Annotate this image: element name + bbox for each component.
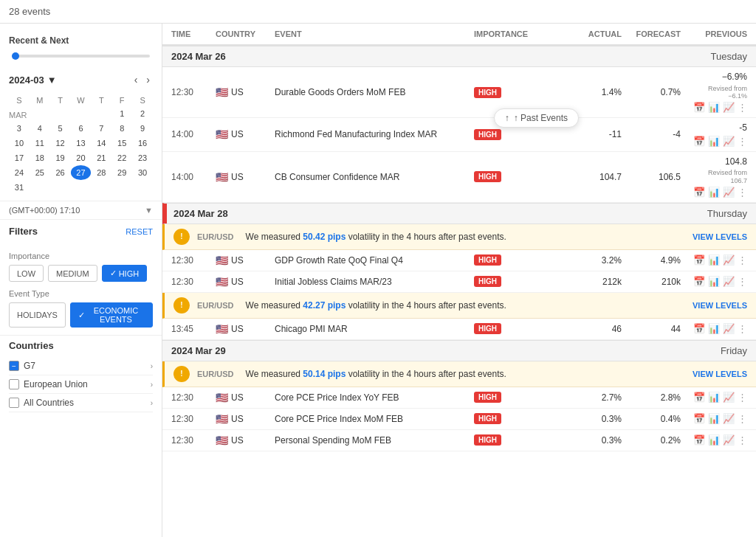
forecast-val: 2.8%	[622, 392, 681, 403]
timezone-dropdown-icon[interactable]: ▼	[145, 206, 153, 215]
more-icon[interactable]: ⋮	[738, 434, 747, 446]
revised-text: Revised from106.7	[708, 169, 747, 185]
importance-high-button[interactable]: ✓ HIGH	[102, 265, 148, 282]
calendar-icon[interactable]: 📅	[693, 254, 705, 266]
cal-day-3[interactable]: 3	[9, 121, 30, 136]
more-icon[interactable]: ⋮	[738, 323, 747, 334]
calendar-icon[interactable]: 📅	[693, 102, 705, 113]
previous-val: 104.8	[725, 156, 747, 168]
reset-button[interactable]: RESET	[126, 227, 153, 236]
calendar-icon[interactable]: 📅	[693, 136, 705, 147]
event-name: Core PCE Price Index YoY FEB	[275, 392, 474, 403]
cal-day-16[interactable]: 16	[132, 136, 153, 150]
cal-day-31[interactable]: 31	[9, 180, 30, 195]
cal-day-27-today[interactable]: 27	[71, 165, 92, 180]
cal-day-22[interactable]: 22	[111, 150, 132, 165]
holidays-button[interactable]: HOLIDAYS	[9, 302, 66, 328]
cal-day-23[interactable]: 23	[132, 150, 153, 165]
view-levels-button-1[interactable]: VIEW LEVELS	[693, 232, 747, 241]
event-name: CB Consumer Confidence MAR	[275, 172, 474, 182]
line-chart-icon[interactable]: 📈	[723, 102, 735, 113]
slider-container[interactable]	[9, 52, 153, 63]
more-icon[interactable]: ⋮	[738, 187, 747, 198]
cal-day-6[interactable]: 6	[71, 121, 92, 136]
line-chart-icon[interactable]: 📈	[723, 392, 735, 403]
country-group-eu: European Union ›	[9, 375, 153, 394]
cal-day-15[interactable]: 15	[111, 136, 132, 150]
importance-section: Importance LOW MEDIUM ✓ HIGH	[0, 249, 162, 285]
bar-chart-icon[interactable]: 📊	[708, 323, 720, 334]
view-levels-button-3[interactable]: VIEW LEVELS	[693, 370, 747, 378]
line-chart-icon[interactable]: 📈	[723, 276, 735, 287]
cal-day-9[interactable]: 9	[132, 121, 153, 136]
forecast-val: 4.9%	[622, 255, 681, 266]
bar-chart-icon[interactable]: 📊	[708, 136, 720, 147]
prev-month-button[interactable]: ‹	[131, 72, 141, 87]
next-month-button[interactable]: ›	[143, 72, 153, 87]
cal-day-21[interactable]: 21	[91, 150, 111, 165]
main-layout: Recent & Next 2024-03 ▼ ‹ ›	[0, 24, 756, 537]
line-chart-icon[interactable]: 📈	[723, 136, 735, 147]
cal-day-25[interactable]: 25	[30, 165, 50, 180]
all-countries-checkbox[interactable]	[9, 398, 19, 408]
bar-chart-icon[interactable]: 📊	[708, 434, 720, 446]
cal-day-28[interactable]: 28	[91, 165, 111, 180]
cal-day-30[interactable]: 30	[132, 165, 153, 180]
calendar-icon[interactable]: 📅	[693, 413, 705, 424]
calendar-icon[interactable]: 📅	[693, 276, 705, 287]
cal-day-13[interactable]: 13	[71, 136, 92, 150]
more-icon[interactable]: ⋮	[738, 276, 747, 287]
cal-day-20[interactable]: 20	[71, 150, 92, 165]
more-icon[interactable]: ⋮	[738, 102, 747, 113]
bar-chart-icon[interactable]: 📊	[708, 392, 720, 403]
line-chart-icon[interactable]: 📈	[723, 254, 735, 266]
bar-chart-icon[interactable]: 📊	[708, 187, 720, 198]
eu-checkbox[interactable]	[9, 379, 19, 389]
bar-chart-icon[interactable]: 📊	[708, 254, 720, 266]
month-label[interactable]: 2024-03 ▼	[9, 75, 57, 86]
past-events-button[interactable]: ↑ ↑ Past Events	[494, 108, 579, 128]
cal-day-26[interactable]: 26	[50, 165, 71, 180]
eu-chevron-icon[interactable]: ›	[151, 381, 153, 389]
cal-day-10[interactable]: 10	[9, 136, 30, 150]
cal-day-2[interactable]: 2	[132, 109, 153, 121]
line-chart-icon[interactable]: 📈	[723, 413, 735, 424]
cal-day-18[interactable]: 18	[30, 150, 50, 165]
calendar-icon[interactable]: 📅	[693, 323, 705, 334]
line-chart-icon[interactable]: 📈	[723, 434, 735, 446]
bar-chart-icon[interactable]: 📊	[708, 276, 720, 287]
eurusd-text: We measured 50.42 pips volatility in the…	[246, 232, 686, 242]
cal-day-7[interactable]: 7	[91, 121, 111, 136]
view-levels-button-2[interactable]: VIEW LEVELS	[693, 301, 747, 310]
line-chart-icon[interactable]: 📈	[723, 187, 735, 198]
more-icon[interactable]: ⋮	[738, 254, 747, 266]
cal-day-5[interactable]: 5	[50, 121, 71, 136]
cal-day-1[interactable]: 1	[111, 109, 132, 121]
more-icon[interactable]: ⋮	[738, 413, 747, 424]
bar-chart-icon[interactable]: 📊	[708, 102, 720, 113]
economic-events-button[interactable]: ✓ ECONOMIC EVENTS	[70, 302, 153, 328]
importance-medium-button[interactable]: MEDIUM	[48, 265, 97, 282]
cal-day-17[interactable]: 17	[9, 150, 30, 165]
cal-day-4[interactable]: 4	[30, 121, 50, 136]
cal-day-29[interactable]: 29	[111, 165, 132, 180]
line-chart-icon[interactable]: 📈	[723, 323, 735, 334]
all-countries-chevron-icon[interactable]: ›	[151, 399, 153, 407]
calendar-icon[interactable]: 📅	[693, 392, 705, 403]
cal-day-8[interactable]: 8	[111, 121, 132, 136]
g7-chevron-icon[interactable]: ›	[151, 362, 153, 370]
more-icon[interactable]: ⋮	[738, 392, 747, 403]
col-forecast: Forecast	[622, 30, 681, 38]
bar-chart-icon[interactable]: 📊	[708, 413, 720, 424]
cal-day-24[interactable]: 24	[9, 165, 30, 180]
cal-day-19[interactable]: 19	[50, 150, 71, 165]
cal-day-11[interactable]: 11	[30, 136, 50, 150]
g7-checkbox[interactable]: −	[9, 361, 19, 371]
calendar-icon[interactable]: 📅	[693, 187, 705, 198]
recent-next-title: Recent & Next	[9, 35, 153, 46]
importance-low-button[interactable]: LOW	[9, 265, 44, 282]
more-icon[interactable]: ⋮	[738, 136, 747, 147]
cal-day-14[interactable]: 14	[91, 136, 111, 150]
cal-day-12[interactable]: 12	[50, 136, 71, 150]
calendar-icon[interactable]: 📅	[693, 434, 705, 446]
